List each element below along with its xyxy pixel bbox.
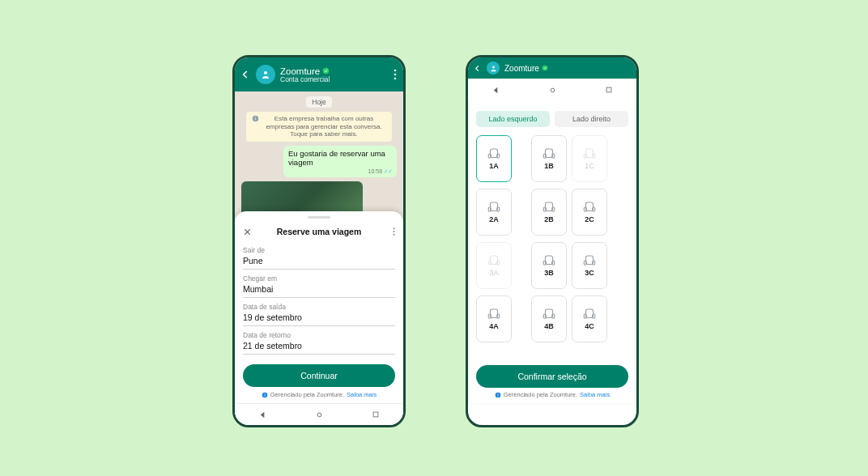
learn-more-link[interactable]: Saiba mais	[580, 391, 610, 398]
segment-left[interactable]: Lado esquerdo	[476, 111, 550, 127]
avatar[interactable]	[256, 65, 275, 84]
svg-rect-40	[488, 261, 491, 265]
info-icon	[252, 115, 259, 138]
depart-field[interactable]: Sair de Pune	[243, 246, 395, 270]
svg-point-10	[394, 234, 395, 236]
info-icon	[262, 392, 268, 398]
svg-rect-45	[586, 256, 594, 265]
seat-1b[interactable]: 1B	[531, 135, 567, 182]
seat-selection-sheet: Selecionar assentos Lado esquerdo Lado d…	[470, 82, 635, 403]
seat-3a[interactable]: 3A	[476, 242, 512, 289]
date-pill: Hoje	[306, 96, 331, 108]
svg-rect-59	[497, 393, 498, 394]
seat-2a[interactable]: 2A	[476, 189, 512, 236]
phone-left: Zoomture Conta comercial Hoje Esta empre…	[232, 55, 406, 427]
svg-point-8	[394, 227, 395, 229]
svg-rect-42	[546, 256, 553, 265]
continue-button[interactable]: Continuar	[243, 364, 395, 387]
seat-3c[interactable]: 3C	[572, 242, 607, 289]
retdate-field[interactable]: Data de retorno 21 de setembro	[243, 331, 395, 355]
svg-rect-61	[606, 87, 611, 92]
verified-badge-icon	[322, 67, 330, 74]
seat-4c[interactable]: 4C	[572, 295, 607, 342]
svg-rect-55	[584, 314, 586, 318]
svg-point-2	[394, 70, 397, 72]
svg-rect-6	[255, 118, 256, 121]
booking-sheet: Reserve uma viagem Sair de Pune Chegar e…	[235, 211, 403, 403]
svg-rect-29	[593, 154, 595, 158]
close-icon[interactable]	[243, 227, 252, 236]
avatar[interactable]	[487, 62, 500, 74]
svg-point-14	[317, 413, 321, 417]
back-arrow-icon[interactable]	[240, 69, 251, 80]
android-navbar	[235, 403, 403, 425]
svg-point-4	[394, 78, 397, 80]
svg-rect-31	[488, 207, 491, 211]
nav-back-icon[interactable]	[491, 86, 500, 95]
svg-rect-32	[497, 207, 500, 211]
svg-rect-33	[546, 202, 553, 211]
chat-title: Zoomture	[280, 66, 320, 76]
outgoing-message[interactable]: Eu gostaria de reservar uma viagem 10:58…	[283, 146, 397, 177]
android-navbar	[468, 79, 636, 100]
sheet-title: Reserve uma viagem	[277, 227, 361, 236]
nav-back-icon[interactable]	[258, 410, 267, 419]
seat-1a[interactable]: 1A	[476, 135, 512, 182]
segment-right[interactable]: Lado direito	[555, 111, 628, 127]
svg-rect-27	[586, 149, 594, 158]
confirm-button[interactable]: Confirmar seleção	[476, 365, 628, 388]
svg-rect-37	[584, 207, 586, 211]
seat-3b[interactable]: 3B	[531, 242, 567, 289]
svg-rect-30	[491, 202, 498, 211]
seat-2c[interactable]: 2C	[572, 189, 607, 236]
nav-home-icon[interactable]	[548, 86, 557, 95]
svg-rect-53	[552, 314, 555, 318]
svg-rect-48	[491, 309, 498, 318]
back-arrow-icon[interactable]	[473, 64, 482, 73]
svg-rect-50	[497, 314, 500, 318]
svg-rect-35	[552, 207, 555, 211]
seat-2b[interactable]: 2B	[531, 189, 567, 236]
svg-rect-47	[593, 261, 595, 265]
seat-grid: 1A 1B 1C 2A 2B	[476, 135, 628, 362]
svg-rect-13	[264, 393, 265, 394]
managed-by: Gerenciado pela Zoomture. Saiba mais	[476, 391, 628, 398]
svg-rect-7	[255, 117, 256, 117]
svg-rect-39	[491, 256, 498, 265]
svg-rect-51	[546, 309, 553, 318]
svg-rect-43	[543, 261, 546, 265]
svg-rect-58	[497, 394, 498, 396]
phone-right: Zoomture Selecionar assentos Lado esquer…	[466, 55, 639, 427]
svg-rect-15	[373, 412, 378, 417]
managed-by: Gerenciado pela Zoomture. Saiba mais	[243, 391, 395, 398]
system-message[interactable]: Esta empresa trabalha com outras empresa…	[246, 112, 392, 142]
seat-4b[interactable]: 4B	[531, 295, 567, 342]
svg-rect-24	[546, 149, 553, 158]
verified-badge-icon	[542, 65, 548, 71]
svg-rect-34	[543, 207, 546, 211]
learn-more-link[interactable]: Saiba mais	[347, 391, 377, 398]
svg-rect-38	[593, 207, 595, 211]
outdate-field[interactable]: Data de saída 19 de setembro	[243, 303, 395, 326]
svg-point-3	[394, 74, 397, 76]
nav-recent-icon[interactable]	[372, 410, 380, 419]
sheet-handle[interactable]	[308, 216, 330, 219]
svg-rect-23	[497, 154, 500, 158]
svg-point-60	[551, 88, 555, 92]
chat-header: Zoomture Conta comercial	[235, 57, 403, 91]
svg-rect-26	[552, 154, 555, 158]
chat-subtitle: Conta comercial	[280, 76, 330, 83]
svg-rect-21	[491, 149, 498, 158]
chat-header-mini: Zoomture	[468, 57, 636, 79]
sheet-more-icon[interactable]	[393, 227, 395, 236]
nav-recent-icon[interactable]	[605, 86, 613, 94]
more-icon[interactable]	[394, 69, 398, 80]
svg-rect-41	[497, 261, 500, 265]
svg-rect-52	[543, 314, 546, 318]
seat-1c[interactable]: 1C	[572, 135, 607, 182]
seat-4a[interactable]: 4A	[476, 295, 512, 342]
svg-rect-22	[488, 154, 491, 158]
arrive-field[interactable]: Chegar em Mumbai	[243, 274, 395, 298]
svg-rect-28	[584, 154, 586, 158]
nav-home-icon[interactable]	[315, 410, 324, 419]
